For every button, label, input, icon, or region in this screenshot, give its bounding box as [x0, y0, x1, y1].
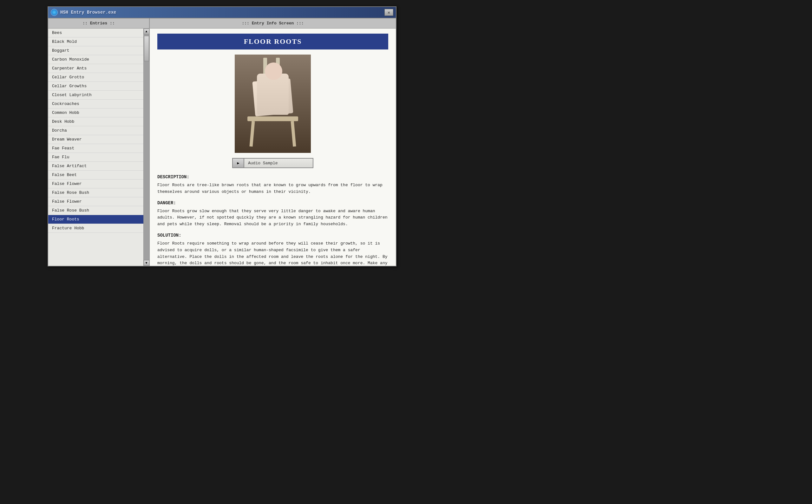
scroll-thumb[interactable]	[144, 36, 149, 61]
danger-header: DANGER:	[157, 200, 388, 206]
list-item[interactable]: Black Mold	[48, 37, 143, 46]
list-item[interactable]: Desk Hobb	[48, 117, 143, 126]
list-item[interactable]: Fae Flu	[48, 153, 143, 162]
app-window: HSH Entry Browser.exe ✕ :: Entries :: Be…	[48, 6, 396, 266]
list-item[interactable]: False Rose Bush	[48, 188, 143, 197]
list-item[interactable]: Closet Labyrinth	[48, 91, 143, 100]
list-item[interactable]: Floor Roots	[48, 215, 143, 224]
list-item[interactable]: Dorcha	[48, 126, 143, 135]
list-item[interactable]: Cellar Growths	[48, 82, 143, 91]
solution-header: SOLUTION:	[157, 233, 388, 238]
entry-image	[235, 55, 311, 153]
app-icon	[51, 9, 58, 16]
scroll-up-button[interactable]: ▲	[144, 29, 149, 34]
scroll-track	[144, 34, 149, 260]
solution-text: Floor Roots require something to wrap ar…	[157, 240, 388, 266]
entry-info: Floor Roots	[150, 29, 396, 266]
window-title: HSH Entry Browser.exe	[60, 10, 116, 15]
close-button[interactable]: ✕	[384, 9, 393, 16]
doll-head	[265, 62, 282, 80]
list-item[interactable]: Carbon Monoxide	[48, 55, 143, 64]
scroll-down-button[interactable]: ▼	[144, 260, 149, 266]
chair-seat	[247, 116, 298, 121]
list-item[interactable]: Cellar Grotto	[48, 73, 143, 82]
list-container: BeesBlack MoldBoggartCarbon MonoxideCarp…	[48, 29, 149, 266]
entry-list[interactable]: BeesBlack MoldBoggartCarbon MonoxideCarp…	[48, 29, 143, 266]
list-item[interactable]: Boggart	[48, 46, 143, 55]
list-item[interactable]: Fae Feast	[48, 144, 143, 153]
list-item[interactable]: Fracture Hobb	[48, 224, 143, 233]
description-text: Floor Roots are tree-like brown roots th…	[157, 182, 388, 195]
main-content: :: Entries :: BeesBlack MoldBoggartCarbo…	[48, 18, 396, 266]
description-header: DESCRIPTION:	[157, 174, 388, 180]
entries-header: :: Entries ::	[48, 18, 149, 29]
audio-label: Audio Sample	[244, 158, 313, 168]
left-panel: :: Entries :: BeesBlack MoldBoggartCarbo…	[48, 18, 150, 266]
list-item[interactable]: False Artifact	[48, 162, 143, 171]
right-panel: ::: Entry Info Screen ::: Floor Roots	[150, 18, 396, 266]
list-item[interactable]: Bees	[48, 29, 143, 37]
scrollbar: ▲ ▼	[143, 29, 149, 266]
list-item[interactable]: Carpenter Ants	[48, 64, 143, 73]
audio-player: ▶ Audio Sample	[157, 158, 388, 168]
list-item[interactable]: Cockroaches	[48, 100, 143, 108]
list-item[interactable]: False Beet	[48, 171, 143, 180]
info-header: ::: Entry Info Screen :::	[150, 18, 396, 29]
title-bar: HSH Entry Browser.exe ✕	[48, 7, 396, 18]
list-item[interactable]: Common Hobb	[48, 108, 143, 117]
title-bar-left: HSH Entry Browser.exe	[51, 9, 116, 16]
doll-scene	[235, 55, 311, 153]
list-item[interactable]: False Flower	[48, 180, 143, 188]
play-button[interactable]: ▶	[232, 158, 244, 168]
entry-title: Floor Roots	[157, 34, 388, 49]
danger-text: Floor Roots grow slow enough that they s…	[157, 208, 388, 228]
entry-image-container	[157, 55, 388, 153]
list-item[interactable]: False Flower	[48, 197, 143, 206]
chair-leg-left	[250, 121, 255, 147]
list-item[interactable]: False Rose Bush	[48, 206, 143, 215]
list-item[interactable]: Dream Weaver	[48, 135, 143, 144]
chair-leg-right	[291, 121, 296, 147]
